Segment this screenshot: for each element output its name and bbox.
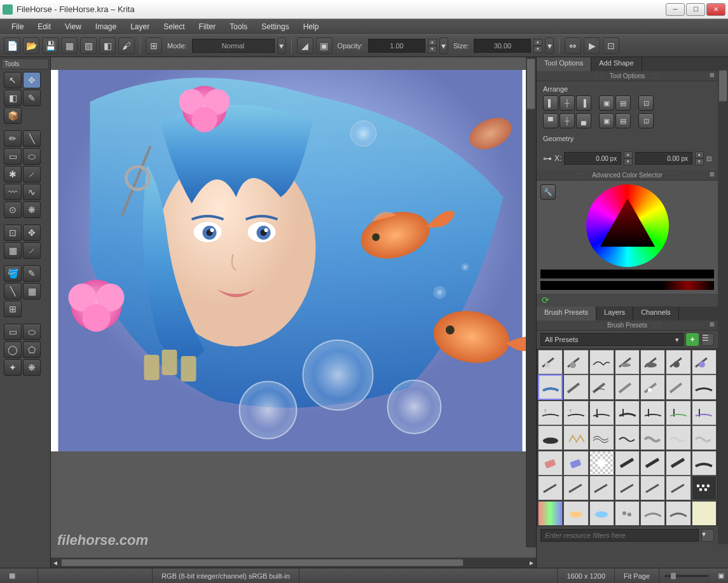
brush-preset[interactable] [640, 401, 665, 425]
brush-preset[interactable] [615, 350, 640, 374]
calligraphy-tool[interactable]: ✎ [23, 90, 41, 106]
filter-options-button[interactable]: ▾ [701, 529, 714, 542]
brush-preset[interactable] [692, 350, 717, 374]
align-right-button[interactable]: ▐ [576, 95, 591, 111]
polyline-tool[interactable]: ⟋ [23, 166, 41, 182]
tab-add-shape[interactable]: Add Shape [591, 57, 642, 71]
brush-preset[interactable] [563, 476, 588, 500]
send-back-button[interactable]: ▣ [599, 113, 614, 128]
geometry-y-field[interactable]: 0.00 px [635, 152, 692, 165]
menu-help[interactable]: Help [297, 20, 326, 33]
brush-preset[interactable] [538, 374, 563, 399]
size-up[interactable]: ▴ [533, 39, 542, 46]
brush-preset[interactable] [640, 374, 665, 399]
blend-mode-field[interactable]: Normal [192, 39, 275, 53]
color-refresh-icon[interactable]: ⟳ [540, 294, 551, 306]
brush-preset[interactable] [589, 451, 614, 476]
close-button[interactable]: ✕ [706, 3, 725, 16]
brush-preset[interactable] [692, 374, 717, 399]
preset-view-mode-button[interactable]: ☰ [701, 333, 714, 346]
select-tool[interactable]: ↖ [4, 72, 22, 88]
bring-front-button[interactable]: ▣ [599, 95, 614, 111]
measure-tool[interactable]: ⟋ [23, 242, 41, 259]
brush-preset[interactable] [538, 451, 563, 476]
tab-brush-presets[interactable]: Brush Presets [537, 306, 596, 320]
polygon-tool[interactable]: ✱ [4, 166, 22, 182]
gradient-tool[interactable]: ╲ [4, 283, 22, 299]
menu-filter[interactable]: Filter [193, 20, 223, 33]
freehand-path-tool[interactable]: ∿ [23, 184, 41, 200]
brush-preset[interactable] [538, 501, 563, 526]
polygon-select-tool[interactable]: ⬠ [23, 341, 41, 358]
alpha-lock-toggle[interactable]: ▣ [316, 38, 333, 54]
menu-image[interactable]: Image [89, 20, 123, 33]
brush-preset[interactable]: T [538, 401, 563, 425]
preset-filter-input[interactable] [540, 529, 699, 542]
contiguous-select-tool[interactable]: ✦ [4, 359, 22, 376]
brush-preset[interactable] [589, 476, 614, 500]
pencil-tool[interactable]: ✏ [4, 130, 22, 147]
menu-view[interactable]: View [58, 20, 88, 33]
wrap-mode-button[interactable]: ⊡ [603, 38, 619, 54]
multibrush-tool[interactable]: ❋ [23, 202, 41, 218]
freehand-select-tool[interactable]: ◯ [4, 341, 22, 358]
brush-preset[interactable] [589, 501, 614, 526]
brush-preset[interactable] [640, 350, 665, 374]
brush-button[interactable]: 🖌 [118, 38, 135, 54]
brush-preset[interactable] [563, 451, 588, 476]
ungroup-button[interactable]: ⊡ [638, 113, 654, 128]
brush-preset[interactable] [640, 501, 665, 526]
brush-preset[interactable] [692, 501, 717, 526]
geometry-x-field[interactable]: 0.00 px [564, 152, 621, 165]
dock-close-icon[interactable]: ⊠ [708, 72, 717, 81]
zoom-slider[interactable] [664, 575, 709, 577]
text-tool[interactable]: 📦 [4, 107, 22, 124]
tab-channels[interactable]: Channels [633, 306, 678, 320]
menu-tools[interactable]: Tools [223, 20, 254, 33]
align-bottom-button[interactable]: ▄ [576, 113, 591, 128]
move-tool[interactable]: ✥ [23, 224, 41, 241]
mode-dropdown-icon[interactable]: ▾ [277, 38, 286, 54]
new-document-button[interactable]: 📄 [4, 38, 20, 54]
rect-select-tool[interactable]: ▭ [4, 324, 22, 340]
mirror-horizontal-button[interactable]: ⇔ [565, 38, 581, 54]
group-button[interactable]: ⊡ [638, 95, 654, 111]
brush-preset[interactable] [563, 374, 588, 399]
x-down[interactable]: ▾ [624, 158, 633, 165]
transform-tool-2[interactable]: ▦ [4, 242, 22, 259]
raise-button[interactable]: ▤ [615, 95, 631, 111]
brush-preset[interactable] [640, 476, 665, 500]
pattern-button[interactable]: ▨ [80, 38, 97, 54]
color-dock-close-icon[interactable]: ⊠ [708, 171, 717, 180]
color-settings-icon[interactable]: 🔧 [540, 184, 556, 200]
tab-tool-options[interactable]: Tool Options [537, 57, 591, 71]
transform-tool[interactable]: ✥ [23, 72, 41, 88]
bezier-tool[interactable]: 〰 [4, 184, 22, 200]
crop-tool[interactable]: ⊡ [4, 224, 22, 241]
tab-layers[interactable]: Layers [596, 306, 633, 320]
similar-select-tool[interactable]: ❋ [23, 359, 41, 376]
open-document-button[interactable]: 📂 [23, 38, 39, 54]
align-left-button[interactable]: ▌ [543, 95, 558, 111]
brush-preset[interactable] [692, 476, 717, 500]
brush-preset[interactable] [666, 350, 690, 374]
line-tool[interactable]: ╲ [23, 130, 41, 147]
align-center-h-button[interactable]: ┼ [560, 95, 575, 111]
save-button[interactable]: 💾 [42, 38, 58, 54]
maximize-button[interactable]: ☐ [686, 3, 705, 16]
pattern-edit-tool[interactable]: ▦ [23, 283, 41, 299]
brush-preset[interactable] [615, 451, 640, 476]
canvas[interactable] [51, 70, 530, 451]
fg-bg-swatch[interactable]: ◧ [99, 38, 116, 54]
brush-preset[interactable] [615, 501, 640, 526]
color-history-1[interactable] [540, 270, 714, 278]
mirror-vertical-button[interactable]: ▶ [584, 38, 600, 54]
brush-preset[interactable] [615, 374, 640, 399]
size-menu-icon[interactable]: ▾ [545, 38, 554, 54]
workspace-button[interactable]: ⊞ [146, 38, 162, 54]
brush-preset[interactable] [589, 425, 614, 450]
brush-preset[interactable] [538, 476, 563, 500]
brush-preset[interactable] [640, 451, 665, 476]
horizontal-scrollbar[interactable]: ◂ ▸ [51, 558, 536, 568]
brush-preset[interactable] [640, 425, 665, 450]
